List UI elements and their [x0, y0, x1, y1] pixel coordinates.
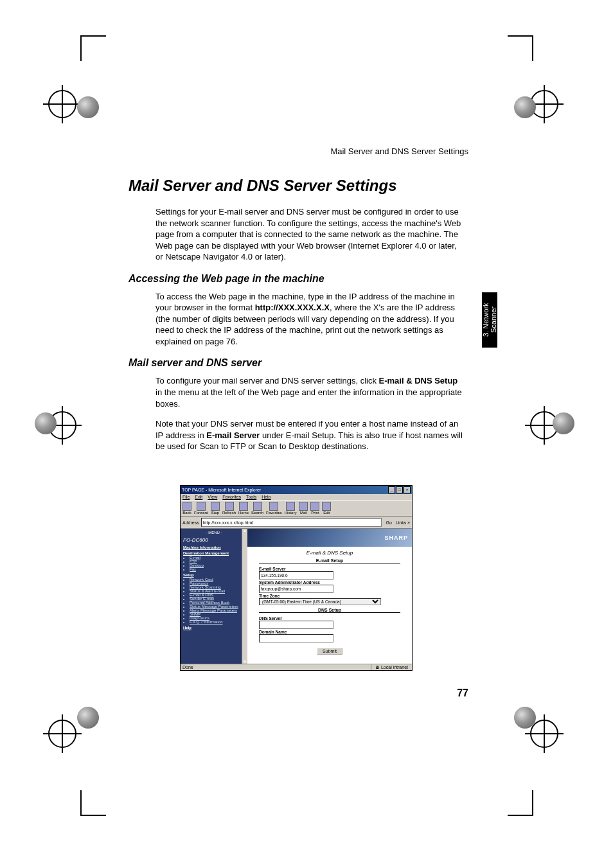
- menu-item-bold: E-mail & DNS Setup: [379, 376, 458, 385]
- sys-admin-label: System Administrator Address: [259, 580, 400, 585]
- registration-mark-icon: [530, 720, 558, 748]
- menu-help[interactable]: Help: [262, 495, 271, 499]
- sidebar-scrollbar[interactable]: [242, 529, 247, 664]
- links-button[interactable]: Links »: [396, 520, 410, 525]
- print-dot-icon: [77, 707, 99, 729]
- dns-server-input[interactable]: [259, 621, 333, 629]
- home-icon: [239, 502, 248, 511]
- refresh-icon: [225, 502, 234, 511]
- go-button[interactable]: Go: [384, 520, 393, 525]
- mail-icon: [299, 502, 308, 511]
- home-button[interactable]: Home: [238, 502, 249, 515]
- status-bar: Done 🖥 Local intranet: [181, 664, 412, 670]
- stop-button[interactable]: Stop: [211, 502, 220, 515]
- search-button[interactable]: Search: [251, 502, 263, 515]
- status-left: Done: [181, 664, 371, 670]
- nav-setup[interactable]: Setup: [183, 573, 245, 577]
- toolbar: Back Forward Stop Refresh Home Search Fa…: [181, 500, 412, 517]
- menu-edit[interactable]: Edit: [195, 495, 202, 499]
- close-icon[interactable]: ×: [404, 486, 411, 493]
- timezone-select[interactable]: (GMT-05:00) Eastern Time (US & Canada): [259, 598, 381, 605]
- print-dot-icon: [35, 412, 57, 434]
- edit-icon: [322, 502, 331, 511]
- chapter-tab: 3. Network Scanner: [482, 292, 497, 348]
- nav-sidebar: - MENU - FO-DC600 Machine Information De…: [181, 529, 247, 664]
- email-server-label: E-mail Server: [259, 567, 400, 571]
- address-label: Address: [182, 520, 199, 525]
- text: To configure your mail server and DNS se…: [155, 376, 379, 385]
- forward-icon: [197, 502, 206, 511]
- history-button[interactable]: History: [285, 502, 297, 515]
- address-input[interactable]: [201, 518, 382, 527]
- zone-icon: 🖥: [375, 665, 381, 669]
- page-title: Mail Server and DNS Server Settings: [129, 177, 533, 195]
- domain-name-label: Domain Name: [259, 630, 400, 634]
- section-heading-accessing: Accessing the Web page in the machine: [129, 273, 533, 285]
- registration-mark-icon: [48, 90, 76, 118]
- email-setup-heading: E-mail Setup: [259, 558, 400, 563]
- email-server-input[interactable]: [259, 571, 333, 580]
- product-brand: FO-DC600: [183, 537, 245, 543]
- menu-label: - MENU -: [183, 531, 245, 535]
- mail-dns-paragraph-2: Note that your DNS server must be entere…: [155, 418, 464, 452]
- crop-mark: [508, 790, 533, 816]
- stop-icon: [211, 502, 220, 511]
- minimize-icon[interactable]: _: [388, 486, 395, 493]
- menu-tools[interactable]: Tools: [246, 495, 256, 499]
- browser-content: - MENU - FO-DC600 Machine Information De…: [181, 529, 412, 664]
- main-panel: SHARP E-mail & DNS Setup E-mail Setup E-…: [247, 529, 412, 664]
- print-dot-icon: [553, 412, 574, 434]
- dns-setup-heading: DNS Setup: [259, 608, 400, 613]
- mail-dns-paragraph-1: To configure your mail server and DNS se…: [155, 375, 464, 409]
- print-button[interactable]: Print: [310, 502, 319, 515]
- favorites-button[interactable]: Favorites: [266, 502, 282, 515]
- back-button[interactable]: Back: [182, 502, 191, 515]
- sys-admin-input[interactable]: [259, 585, 333, 593]
- dns-server-label: DNS Server: [259, 616, 400, 621]
- page-number: 77: [457, 687, 468, 699]
- setup-list: Network Card Passwords Network Scanning …: [190, 578, 245, 624]
- sharp-logo: SHARP: [384, 535, 408, 541]
- domain-name-input[interactable]: [259, 634, 333, 642]
- nav-machine-info[interactable]: Machine Information: [183, 545, 245, 549]
- page-heading: E-mail & DNS Setup: [247, 550, 412, 556]
- browser-window: TOP PAGE - Microsoft Internet Explorer _…: [180, 485, 413, 671]
- submit-button[interactable]: Submit: [317, 648, 342, 655]
- nav-fax[interactable]: Fax: [190, 567, 245, 571]
- print-icon: [310, 502, 319, 511]
- banner: SHARP: [247, 529, 412, 547]
- timezone-label: Time Zone: [259, 594, 400, 598]
- print-dot-icon: [514, 707, 536, 729]
- submit-row: Submit: [247, 648, 412, 655]
- nav-destination-management[interactable]: Destination Management: [183, 551, 245, 555]
- nav-help[interactable]: Help: [183, 626, 245, 630]
- refresh-button[interactable]: Refresh: [222, 502, 236, 515]
- window-titlebar: TOP PAGE - Microsoft Internet Explorer _…: [181, 486, 412, 494]
- address-bar: Address Go Links »: [181, 517, 412, 529]
- favorites-icon: [269, 502, 278, 511]
- section-heading-mail-dns: Mail server and DNS server: [129, 357, 533, 369]
- destination-list: E-mail FTP Desktop Fax: [190, 556, 245, 571]
- email-setup-form: E-mail Server System Administrator Addre…: [247, 565, 412, 607]
- history-icon: [286, 502, 295, 511]
- edit-button[interactable]: Edit: [322, 502, 331, 515]
- window-title: TOP PAGE - Microsoft Internet Explorer: [182, 488, 261, 492]
- nav-faq-info[interactable]: F.A.Q. / Information: [190, 620, 245, 624]
- menu-file[interactable]: File: [182, 495, 190, 499]
- status-right: 🖥 Local intranet: [371, 664, 412, 670]
- window-buttons: _□×: [387, 486, 411, 493]
- accessing-paragraph: To access the Web page in the machine, t…: [155, 291, 464, 348]
- search-icon: [253, 502, 262, 511]
- field-name-bold: E-mail Server: [206, 430, 260, 440]
- dns-setup-form: DNS Server Domain Name: [247, 614, 412, 644]
- forward-button[interactable]: Forward: [194, 502, 208, 515]
- registration-mark-icon: [48, 720, 76, 748]
- menu-view[interactable]: View: [208, 495, 217, 499]
- menu-favorites[interactable]: Favorites: [222, 495, 241, 499]
- menu-bar: File Edit View Favorites Tools Help: [181, 494, 412, 500]
- mail-button[interactable]: Mail: [299, 502, 308, 515]
- maximize-icon[interactable]: □: [396, 486, 403, 493]
- url-bold: http://XXX.XXX.X.X: [255, 303, 330, 312]
- intro-paragraph: Settings for your E-mail server and DNS …: [155, 206, 464, 263]
- page-body: Mail Server and DNS Server Settings Sett…: [84, 0, 533, 461]
